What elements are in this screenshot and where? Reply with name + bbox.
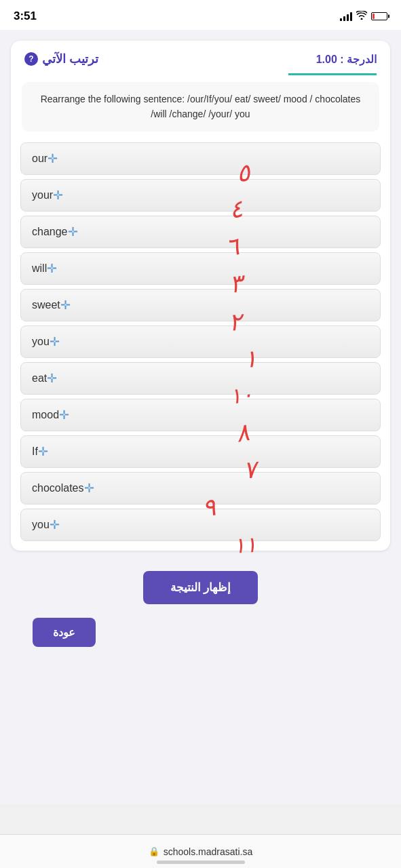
status-bar: 3:51	[0, 0, 401, 30]
show-result-button[interactable]: إظهار النتيجة	[143, 571, 259, 604]
drag-icon: ✛	[68, 224, 78, 239]
sort-item[interactable]: ✛ sweet	[20, 289, 381, 321]
sort-item[interactable]: ✛ chocolates	[20, 472, 381, 505]
sort-item-label: you	[32, 336, 50, 348]
sort-item[interactable]: ✛ If	[20, 435, 381, 468]
drag-icon: ✛	[50, 334, 60, 349]
sort-item-label: change	[32, 226, 68, 238]
sort-item-label: our	[32, 153, 47, 165]
sort-item-label: If	[32, 446, 38, 458]
sort-item[interactable]: ✛ will	[20, 252, 381, 285]
sort-item-label: mood	[32, 409, 59, 421]
sort-item[interactable]: ✛ our	[20, 142, 381, 175]
help-icon[interactable]: ?	[24, 52, 38, 66]
drag-icon: ✛	[47, 151, 58, 166]
sort-item-label: sweet	[32, 299, 60, 311]
card-header: الدرجة : 1.00 ترتيب الآتي ?	[11, 41, 390, 73]
card-title: ترتيب الآتي ?	[24, 52, 98, 66]
battery-icon	[371, 12, 387, 20]
sort-item[interactable]: ✛ change	[20, 216, 381, 248]
browser-url: schools.madrasati.sa	[164, 846, 253, 857]
sort-item[interactable]: ✛ mood	[20, 399, 381, 431]
instruction-box: Rearrange the following sentence: /our/I…	[22, 82, 379, 132]
sort-item-label: eat	[32, 372, 47, 384]
sort-item[interactable]: ✛ you	[20, 509, 381, 541]
lock-icon: 🔒	[149, 846, 159, 856]
instruction-text: Rearrange the following sentence: /our/I…	[33, 92, 368, 122]
sort-items-container: ✛ our ✛ your ✛ change ✛ will ✛ sweet ✛ y…	[11, 142, 390, 551]
sort-item-label: chocolates	[32, 482, 84, 494]
drag-icon: ✛	[53, 188, 63, 203]
drag-icon: ✛	[50, 517, 60, 532]
home-indicator	[157, 861, 245, 864]
buttons-area: إظهار النتيجة	[11, 564, 390, 618]
grade-label: الدرجة : 1.00	[316, 53, 377, 66]
drag-icon: ✛	[59, 408, 69, 422]
main-content: الدرجة : 1.00 ترتيب الآتي ? Rearrange th…	[0, 30, 401, 804]
sort-item-label: your	[32, 189, 53, 201]
question-card: الدرجة : 1.00 ترتيب الآتي ? Rearrange th…	[11, 41, 390, 551]
drag-icon: ✛	[38, 444, 48, 459]
card-title-text: ترتيب الآتي	[42, 52, 98, 66]
sort-item[interactable]: ✛ your	[20, 179, 381, 212]
sort-item[interactable]: ✛ you	[20, 326, 381, 358]
status-icons	[340, 11, 387, 22]
wifi-icon	[356, 11, 367, 22]
drag-icon: ✛	[47, 371, 57, 386]
status-time: 3:51	[14, 9, 37, 23]
back-button[interactable]: عودة	[33, 618, 96, 647]
drag-icon: ✛	[84, 481, 94, 496]
sort-item[interactable]: ✛ eat	[20, 362, 381, 395]
drag-icon: ✛	[47, 261, 57, 276]
drag-icon: ✛	[60, 298, 71, 313]
sort-item-label: will	[32, 262, 47, 275]
sort-item-label: you	[32, 519, 50, 531]
title-underline	[288, 73, 377, 75]
signal-icon	[340, 12, 352, 21]
